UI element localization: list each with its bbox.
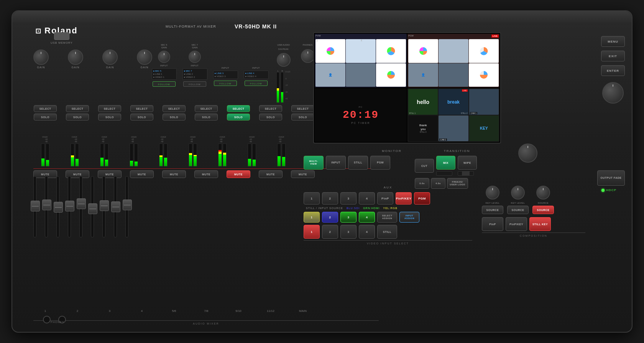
vu-label-ch4: OVER-18-48 — [131, 136, 136, 143]
fader-track-ch56 — [79, 176, 82, 237]
mute-ch78[interactable]: MUTE — [194, 170, 218, 178]
aux-btn-3[interactable]: 3 — [340, 192, 356, 204]
btn-pgm[interactable]: PGM — [370, 156, 390, 170]
source-btn-1[interactable]: 1 — [304, 212, 320, 223]
aux-buttons: 1 2 3 4 PinP PinP/KEY PGM — [304, 192, 472, 204]
knob-mic7[interactable] — [189, 51, 201, 63]
btn-output-fade[interactable]: OUTPUT FADE — [597, 170, 625, 186]
main-encoder-knob[interactable] — [602, 82, 624, 104]
gain-knob-2[interactable] — [68, 49, 83, 65]
knob-mic5[interactable] — [158, 51, 170, 63]
btn-exit[interactable]: EXIT — [601, 51, 625, 61]
follow-line4[interactable]: FOLLOW — [245, 81, 268, 86]
btn-still-key-comp[interactable]: STILL KEY — [529, 217, 551, 231]
btn-input[interactable]: INPUT — [326, 156, 346, 170]
fader-handle-ch78[interactable] — [88, 203, 97, 214]
btn-mix[interactable]: MIX — [436, 156, 455, 170]
usb-label: USB MEMORY — [51, 41, 73, 44]
follow-mic7[interactable]: FOLLOW — [183, 81, 206, 87]
fader-handle-ch4[interactable] — [65, 201, 74, 211]
vu-label-ch910: OVER-18-48 — [220, 136, 225, 143]
phones-strip-label: PHONES — [303, 44, 312, 46]
fader-handle-main[interactable] — [123, 200, 132, 210]
gain-knob-1[interactable] — [33, 49, 49, 65]
mute-ch1112[interactable]: MUTE — [259, 170, 283, 178]
fader-handle-ch1112[interactable] — [111, 201, 120, 212]
aux-btn-pinp-key[interactable]: PinP/KEY — [396, 192, 412, 204]
knob-phones[interactable] — [301, 49, 315, 63]
mute-main[interactable]: MUTE — [291, 170, 315, 178]
strip-line4: INPUT ● LINE 4 ● VIDEO 4 FOLLOW — [242, 44, 270, 103]
vu-pair-ch1 — [41, 143, 49, 167]
solo-ch2[interactable]: SOLO — [66, 114, 89, 120]
btn-source-1[interactable]: SOURCE — [482, 206, 503, 214]
video-select-row: 1 2 3 4 STILL — [304, 225, 472, 239]
gain-knob-4[interactable] — [137, 49, 152, 65]
solo-ch3[interactable]: SOLO — [98, 114, 121, 120]
select-ch2[interactable]: SELECT — [66, 105, 89, 112]
mute-ch4[interactable]: MUTE — [130, 170, 154, 178]
btn-menu[interactable]: MENU — [601, 36, 625, 47]
source-btn-4[interactable]: 4 — [359, 212, 375, 223]
btn-wipe[interactable]: WIPE — [458, 156, 477, 170]
transition-knob[interactable] — [518, 143, 537, 163]
select-ch1112[interactable]: SELECT — [259, 105, 282, 112]
input-assign-btn[interactable]: INPUTASSIGN — [399, 212, 419, 223]
aux-btn-2[interactable]: 2 — [322, 192, 338, 204]
fader-track-ch1 — [33, 176, 36, 237]
btn-multiview[interactable]: MULTI-VIEW — [304, 156, 324, 170]
btn-still[interactable]: STILL — [348, 156, 368, 170]
select-ch4[interactable]: SELECT — [130, 105, 153, 112]
select-ch3[interactable]: SELECT — [98, 105, 121, 112]
fader-handle-ch2[interactable] — [42, 200, 51, 210]
solo-ch78[interactable]: SOLO — [195, 114, 218, 120]
aux-btn-pgm[interactable]: PGM — [414, 192, 430, 204]
follow-line3[interactable]: FOLLOW — [214, 81, 237, 86]
mute-ch56[interactable]: MUTE — [162, 170, 186, 178]
solo-main[interactable]: SOLO — [291, 114, 314, 120]
source-btn-3[interactable]: 3 — [340, 212, 356, 223]
select-main[interactable]: SELECT — [291, 105, 314, 112]
vid-btn-4[interactable]: 4 — [359, 225, 375, 239]
select-assign-btn[interactable]: SELECTASSIGN — [377, 212, 397, 223]
select-ch910[interactable]: SELECT — [227, 105, 250, 112]
mix-indicator — [436, 171, 452, 176]
follow-mic5[interactable]: FOLLOW — [153, 81, 176, 87]
fader-handle-ch3[interactable] — [54, 202, 63, 213]
fader-handle-ch56[interactable] — [77, 198, 86, 209]
still-break-text: break — [447, 100, 460, 104]
solo-ch1112[interactable]: SOLO — [259, 114, 282, 120]
source-btn-2[interactable]: 2 — [322, 212, 338, 223]
btn-cut[interactable]: CUT — [415, 159, 434, 173]
vid-btn-still[interactable]: STILL — [377, 225, 397, 239]
knob-key-level-2[interactable] — [511, 186, 525, 200]
btn-source-2[interactable]: SOURCE — [507, 206, 529, 214]
mute-ch910[interactable]: MUTE — [227, 170, 250, 178]
knob-source-3[interactable] — [536, 186, 550, 200]
solo-ch910[interactable]: SOLO — [227, 114, 250, 120]
aux-btn-1[interactable]: 1 — [304, 192, 320, 204]
solo-ch4[interactable]: SOLO — [130, 114, 153, 120]
channel-labels: 1 2 3 4 5/6 7/8 9/10 11/12 MAIN — [33, 309, 315, 313]
knob-usb-audio[interactable] — [277, 53, 291, 67]
transition-title: TRANSITION — [415, 149, 499, 153]
fader-handle-ch910[interactable] — [100, 200, 109, 211]
vid-btn-1[interactable]: 1 — [304, 225, 320, 239]
btn-pinp-key-comp[interactable]: PinP/KEY — [506, 217, 527, 231]
btn-source-3-red[interactable]: SOURCE — [532, 206, 554, 214]
vid-btn-3[interactable]: 3 — [340, 225, 356, 239]
gain-knob-3[interactable] — [102, 49, 118, 65]
solo-ch1[interactable]: SOLO — [34, 114, 57, 120]
select-ch1[interactable]: SELECT — [34, 105, 57, 112]
select-ch56[interactable]: SELECT — [163, 105, 186, 112]
fader-handle-ch1[interactable] — [31, 201, 40, 211]
btn-pinp-comp[interactable]: PinP — [482, 217, 503, 231]
knob-key-level-1[interactable] — [486, 186, 499, 200]
solo-ch56[interactable]: SOLO — [163, 114, 186, 120]
vu-bar-l-ch1112 — [248, 143, 251, 167]
select-ch78[interactable]: SELECT — [195, 105, 218, 112]
aux-btn-4[interactable]: 4 — [359, 192, 375, 204]
btn-enter[interactable]: ENTER — [601, 65, 625, 76]
aux-btn-pinp[interactable]: PinP — [377, 192, 393, 204]
vid-btn-2[interactable]: 2 — [322, 225, 338, 239]
